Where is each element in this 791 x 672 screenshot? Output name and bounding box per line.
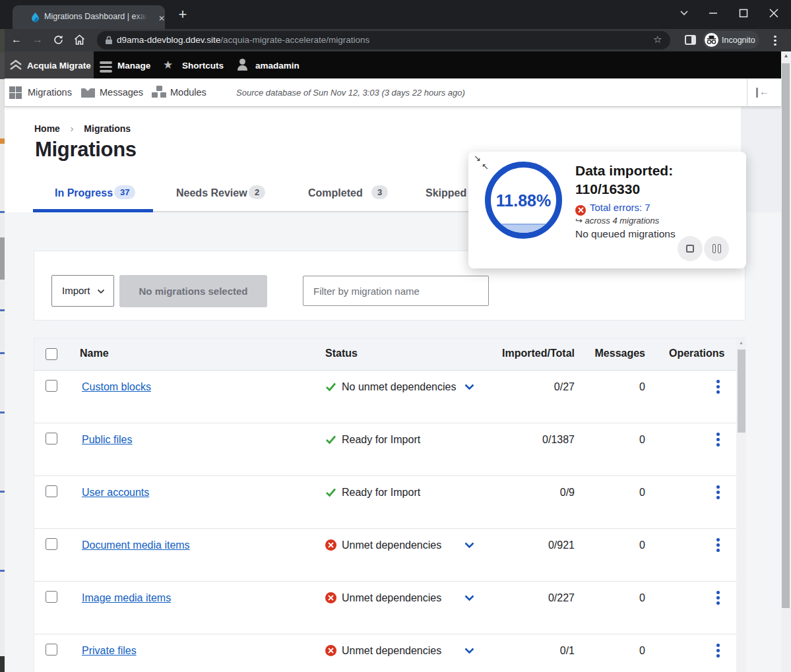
- scrollbar-up-icon[interactable]: ▲: [781, 53, 791, 59]
- drupal-favicon: [30, 12, 41, 23]
- manage-menu[interactable]: Manage: [117, 61, 150, 71]
- tab-in-progress[interactable]: In Progress: [55, 187, 113, 199]
- window-maximize-icon[interactable]: [732, 3, 755, 24]
- page-scrollbar[interactable]: ▲: [781, 51, 791, 672]
- status-text: Unmet dependencies: [342, 592, 441, 604]
- reload-icon[interactable]: [53, 34, 64, 46]
- filter-input[interactable]: [303, 276, 489, 306]
- messages-count: 0: [639, 539, 645, 551]
- operations-kebab-icon[interactable]: [716, 538, 720, 554]
- progress-ring-fill: [491, 224, 556, 233]
- queued-migrations: No queued migrations: [575, 228, 676, 240]
- resize-nw-icon[interactable]: ↖: [482, 162, 489, 171]
- tab-needs-review[interactable]: Needs Review: [176, 187, 247, 199]
- import-dropdown-button[interactable]: Import: [51, 275, 114, 307]
- messages-count: 0: [639, 381, 645, 393]
- messages-count: 0: [639, 592, 645, 604]
- shortcuts-menu[interactable]: Shortcuts: [182, 61, 224, 71]
- pause-button[interactable]: [704, 236, 729, 261]
- right-margin: [741, 107, 781, 212]
- migration-link[interactable]: Image media items: [82, 592, 171, 604]
- address-bar[interactable]: d9ama-ddevblog.ddev.site/acquia-migrate-…: [97, 31, 670, 49]
- header-imported: Imported/Total: [502, 348, 575, 359]
- operations-kebab-icon[interactable]: [716, 644, 720, 659]
- import-label: Import: [62, 285, 90, 296]
- import-chevron-icon: [97, 289, 105, 294]
- stop-button[interactable]: [678, 236, 703, 261]
- table-row: User accounts Ready for Import 0/9 0: [34, 476, 745, 529]
- resize-se-icon[interactable]: ↘: [474, 153, 481, 163]
- status-chevron-icon[interactable]: [464, 384, 474, 390]
- window-chevron-icon[interactable]: [673, 3, 695, 24]
- table-row: Custom blocks No unmet dependencies 0/27…: [34, 371, 745, 423]
- back-icon[interactable]: ←: [9, 34, 24, 46]
- new-tab-button[interactable]: +: [175, 7, 190, 22]
- row-checkbox[interactable]: [46, 380, 57, 392]
- incognito-label: Incognito: [722, 36, 755, 45]
- page-scrollbar-thumb[interactable]: [782, 63, 790, 608]
- imported-total: 0/227: [548, 592, 575, 604]
- browser-menu-icon[interactable]: [772, 34, 778, 47]
- status-chevron-icon[interactable]: [464, 542, 474, 549]
- status-ok-icon: [325, 434, 336, 445]
- operations-kebab-icon[interactable]: [716, 433, 720, 448]
- migration-link[interactable]: Private files: [82, 645, 137, 657]
- table-scrollbar-thumb[interactable]: [738, 350, 745, 433]
- operations-kebab-icon[interactable]: [716, 380, 720, 396]
- row-checkbox[interactable]: [46, 485, 57, 497]
- bookmark-star-icon[interactable]: ☆: [653, 34, 662, 46]
- table-row: Private files Unmet dependencies 0/1 0: [34, 634, 745, 672]
- tab-close-icon[interactable]: ✕: [156, 13, 167, 24]
- background-window-sliver: [0, 29, 5, 672]
- imported-total: 0/1: [560, 645, 575, 657]
- modules-nav[interactable]: Modules: [170, 87, 206, 98]
- browser-tab[interactable]: Migrations Dashboard | example ✕: [13, 5, 165, 29]
- migration-link[interactable]: User accounts: [82, 487, 149, 499]
- total-errors[interactable]: Total errors: 7: [575, 202, 650, 216]
- operations-kebab-icon[interactable]: [716, 591, 720, 607]
- messages-count: 0: [639, 434, 645, 446]
- side-panel-icon[interactable]: [685, 35, 696, 45]
- toolbar-separator: [747, 78, 747, 107]
- table-scrollbar-up-icon[interactable]: ▲: [736, 340, 746, 345]
- migration-link[interactable]: Custom blocks: [82, 381, 151, 393]
- page-title: Migrations: [35, 138, 137, 162]
- status-text: No unmet dependencies: [342, 381, 456, 393]
- migrations-nav[interactable]: Migrations: [28, 87, 72, 98]
- tab-completed[interactable]: Completed: [308, 187, 363, 199]
- status-text: Unmet dependencies: [342, 645, 441, 657]
- migration-link[interactable]: Document media items: [82, 539, 190, 551]
- home-icon[interactable]: [73, 34, 86, 46]
- migrations-grid-icon: [9, 86, 22, 99]
- status-chevron-icon[interactable]: [464, 648, 474, 654]
- pause-icon: [712, 244, 716, 253]
- forward-icon[interactable]: →: [30, 34, 45, 46]
- breadcrumb-home[interactable]: Home: [34, 123, 60, 134]
- window-minimize-icon[interactable]: [702, 3, 724, 24]
- table-scrollbar[interactable]: ▲: [736, 338, 746, 672]
- messages-icon: [81, 88, 95, 98]
- browser-titlebar: Migrations Dashboard | example ✕ +: [0, 0, 791, 29]
- double-chevron-up-icon: [9, 59, 23, 71]
- row-checkbox[interactable]: [46, 644, 57, 656]
- migration-link[interactable]: Public files: [82, 434, 132, 446]
- row-checkbox[interactable]: [46, 538, 57, 550]
- incognito-badge: Incognito: [703, 31, 759, 49]
- user-menu[interactable]: amadamin: [255, 61, 300, 71]
- header-messages: Messages: [595, 348, 646, 359]
- window-close-icon[interactable]: [763, 3, 785, 24]
- row-checkbox[interactable]: [46, 433, 57, 444]
- padlock-icon: [105, 36, 113, 45]
- table-header: Name Status Imported/Total Messages Oper…: [34, 338, 745, 371]
- url-host: d9ama-ddevblog.ddev.site: [117, 35, 220, 45]
- status-ok-icon: [325, 381, 336, 392]
- tab-skipped[interactable]: Skipped: [426, 187, 466, 199]
- status-error-icon: [325, 645, 336, 656]
- row-checkbox[interactable]: [46, 591, 57, 603]
- select-all-checkbox[interactable]: [46, 348, 57, 360]
- status-chevron-icon[interactable]: [464, 595, 474, 601]
- operations-kebab-icon[interactable]: [716, 485, 720, 501]
- status-text: Ready for Import: [342, 487, 420, 499]
- data-imported-label: Data imported:: [575, 163, 673, 179]
- messages-nav[interactable]: Messages: [100, 87, 143, 98]
